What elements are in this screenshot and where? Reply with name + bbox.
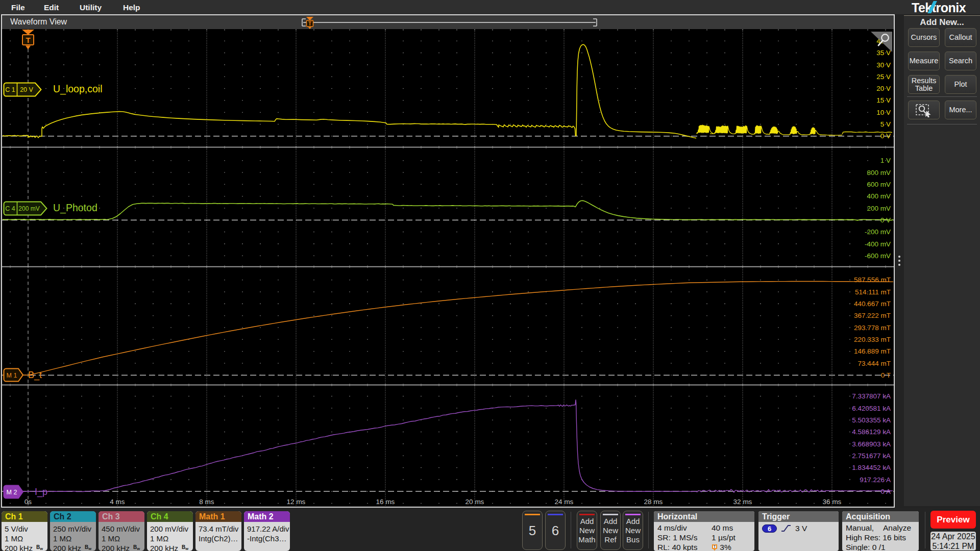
svg-text:32 ms: 32 ms [733,498,752,506]
svg-text:I_p: I_p [35,487,47,497]
svg-text:220.333 mT: 220.333 mT [854,336,891,343]
svg-text:800 mV: 800 mV [867,169,891,177]
svg-text:0 A: 0 A [880,488,891,495]
svg-text:1.834452 kA: 1.834452 kA [852,464,891,471]
svg-text:7.337807 kA: 7.337807 kA [852,392,891,400]
svg-text:35 V: 35 V [876,49,891,57]
svg-text:20 V: 20 V [876,85,891,92]
svg-text:30 V: 30 V [876,61,891,69]
svg-text:146.889 mT: 146.889 mT [854,347,891,355]
svg-text:M 1: M 1 [7,372,17,379]
svg-text:C 1: C 1 [5,86,15,93]
svg-text:200 mV: 200 mV [867,205,891,212]
svg-text:16 ms: 16 ms [376,498,395,506]
svg-text:587.556 mT: 587.556 mT [854,276,891,284]
svg-text:10 V: 10 V [876,109,891,116]
svg-text:4.586129 kA: 4.586129 kA [852,428,891,436]
svg-text:T: T [308,21,311,27]
svg-text:T: T [714,545,716,548]
svg-text:-200 mV: -200 mV [865,228,891,236]
svg-text:3.668903 kA: 3.668903 kA [852,440,891,448]
svg-text:917.226 A: 917.226 A [860,476,891,484]
svg-text:U_Photod: U_Photod [53,202,97,214]
svg-text:200 mV: 200 mV [18,205,39,212]
svg-text:M 2: M 2 [7,489,17,496]
svg-text:25 V: 25 V [876,73,891,81]
svg-text:6.420581 kA: 6.420581 kA [852,405,891,412]
svg-text:0s: 0s [24,498,32,506]
svg-text:400 mV: 400 mV [867,192,891,200]
svg-text:-400 mV: -400 mV [865,240,891,248]
svg-text:73.444 mT: 73.444 mT [857,360,891,367]
svg-text:12 ms: 12 ms [287,498,306,506]
svg-text:8 ms: 8 ms [199,498,214,506]
svg-text:5.503355 kA: 5.503355 kA [852,416,891,424]
svg-text:U_loop,coil: U_loop,coil [53,83,102,95]
svg-text:293.778 mT: 293.778 mT [854,324,891,332]
svg-text:2.751677 kA: 2.751677 kA [852,452,891,460]
svg-text:24 ms: 24 ms [555,498,574,506]
svg-text:514.111 mT: 514.111 mT [855,288,891,296]
svg-text:36 ms: 36 ms [823,498,842,506]
svg-text:1 V: 1 V [880,157,891,164]
svg-text:T: T [26,36,30,44]
svg-text:B_t: B_t [28,370,42,381]
svg-text:28 ms: 28 ms [644,498,663,506]
svg-text:0 V: 0 V [880,132,891,140]
svg-text:5 V: 5 V [880,120,891,128]
svg-text:15 V: 15 V [876,96,891,104]
svg-text:C 4: C 4 [5,205,15,212]
svg-text:0 T: 0 T [881,371,891,379]
svg-text:600 mV: 600 mV [867,181,891,188]
svg-text:367.222 mT: 367.222 mT [854,312,891,319]
svg-text:440.667 mT: 440.667 mT [854,300,891,308]
svg-text:20 V: 20 V [20,86,33,93]
svg-text:20 ms: 20 ms [465,498,484,506]
svg-text:-600 mV: -600 mV [865,252,891,260]
svg-text:4 ms: 4 ms [110,498,125,506]
